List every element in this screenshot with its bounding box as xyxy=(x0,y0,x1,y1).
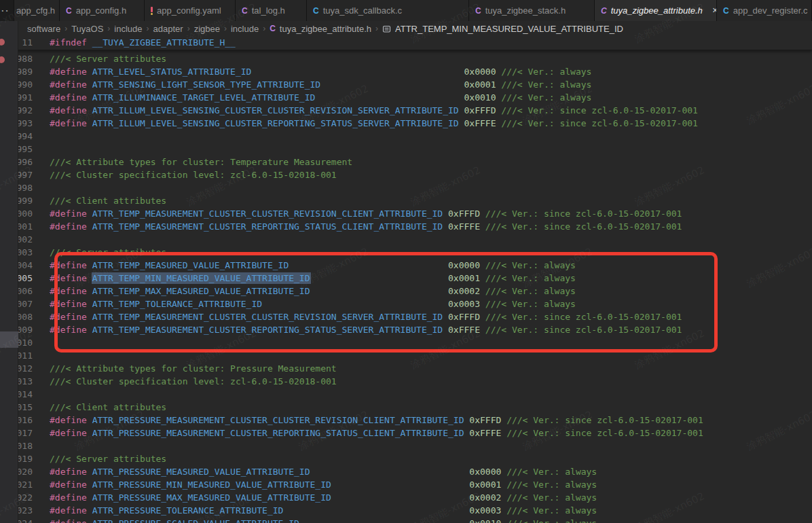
breadcrumb-item-software[interactable]: software xyxy=(27,24,60,34)
code-line-989[interactable]: 989#define ATTR_LEVEL_STATUS_ATTRIBUTE_I… xyxy=(0,65,812,78)
comment-text: ///< Ver.: always xyxy=(506,518,597,523)
code-line-1019[interactable]: 1019///< Server attributes xyxy=(0,452,812,465)
code-line-1023[interactable]: 1023#define ATTR_PRESSURE_TOLERANCE_ATTR… xyxy=(0,504,812,517)
code-line-1017[interactable]: 1017#define ATTR_PRESSURE_MEASUREMENT_CL… xyxy=(0,427,812,439)
code-line-1000[interactable]: 1000#define ATTR_TEMP_MEASUREMENT_CLUSTE… xyxy=(0,207,812,220)
close-icon[interactable]: ✕ xyxy=(712,6,717,15)
line-text[interactable]: #define ATTR_LEVEL_STATUS_ATTRIBUTE_ID 0… xyxy=(50,65,591,78)
line-text[interactable]: ///< Cluster specification level: zcl-6.… xyxy=(50,375,337,388)
line-text[interactable]: ///< Attribute types for cluster: Pressu… xyxy=(50,362,337,375)
tab-app_config.h[interactable]: Capp_config.h xyxy=(60,0,145,21)
c-file-icon: C xyxy=(601,6,607,16)
line-text[interactable]: ///< Server attributes xyxy=(50,52,166,65)
line-text[interactable]: #define ATTR_PRESSURE_MEASUREMENT_CLUSTE… xyxy=(50,427,703,439)
tab-tal_log.h[interactable]: Ctal_log.h xyxy=(236,0,307,21)
line-text[interactable]: #define ATTR_ILLUM_LEVEL_SENSING_CLUSTER… xyxy=(50,104,698,117)
pp-keyword: #define xyxy=(50,480,92,490)
line-text[interactable]: #define ATTR_TEMP_TOLERANCE_ATTRIBUTE_ID… xyxy=(50,297,576,310)
breakpoint-dot[interactable] xyxy=(0,56,5,63)
line-text[interactable]: ///< Client attributes xyxy=(50,401,166,414)
line-text[interactable]: #define ATTR_PRESSURE_MIN_MEASURED_VALUE… xyxy=(50,478,597,491)
sticky-scroll-line[interactable]: 11#ifndef __TUYA_ZIGBEE_ATTRIBUTE_H__ xyxy=(0,36,812,50)
tab-tuya_zigbee_attribute.h[interactable]: Ctuya_zigbee_attribute.h✕ xyxy=(595,0,717,21)
code-line-1005[interactable]: 1005#define ATTR_TEMP_MIN_MEASURED_VALUE… xyxy=(0,272,812,285)
tab-tuya_sdk_callback.c[interactable]: Ctuya_sdk_callback.c xyxy=(307,0,469,21)
line-text[interactable]: #define ATTR_TEMP_MIN_MEASURED_VALUE_ATT… xyxy=(50,272,576,285)
code-line-998[interactable]: 998 xyxy=(0,181,812,194)
tab-app_config.yaml[interactable]: app_config.yaml xyxy=(145,0,236,21)
code-line-1024[interactable]: 1024#define ATTR_PRESSURE_SCALED_VALUE_A… xyxy=(0,517,812,523)
code-line-992[interactable]: 992#define ATTR_ILLUM_LEVEL_SENSING_CLUS… xyxy=(0,104,812,117)
scrollbar-thumb[interactable] xyxy=(0,331,18,348)
line-text[interactable]: #define ATTR_PRESSURE_MAX_MEASURED_VALUE… xyxy=(50,491,597,504)
code-line-1011[interactable]: 1011 xyxy=(0,349,812,362)
breadcrumb-symbol[interactable]: ATTR_TEMP_MIN_MEASURED_VALUE_ATTRIBUTE_I… xyxy=(395,24,623,34)
line-text[interactable]: #define ATTR_TEMP_MEASUREMENT_CLUSTER_CL… xyxy=(50,207,682,220)
code-line-1008[interactable]: 1008#define ATTR_TEMP_MEASUREMENT_CLUSTE… xyxy=(0,310,812,323)
line-text[interactable]: #define ATTR_PRESSURE_MEASUREMENT_CLUSTE… xyxy=(50,414,703,427)
pp-keyword: #define xyxy=(50,286,92,296)
identifier: ATTR_PRESSURE_SCALED_VALUE_ATTRIBUTE_ID xyxy=(92,518,299,523)
code-line-990[interactable]: 990#define ATTR_SENSING_LIGHT_SENSOR_TYP… xyxy=(0,78,812,91)
breadcrumb-item-include[interactable]: include xyxy=(114,24,142,34)
code-line-1016[interactable]: 1016#define ATTR_PRESSURE_MEASUREMENT_CL… xyxy=(0,414,812,427)
line-text[interactable]: #define ATTR_ILLUM_LEVEL_SENSING_CLUSTER… xyxy=(50,117,698,130)
breadcrumb-item-zigbee[interactable]: zigbee xyxy=(194,24,220,34)
code-line-1004[interactable]: 1004#define ATTR_TEMP_MEASURED_VALUE_ATT… xyxy=(0,259,812,272)
code-line-11[interactable]: 11#ifndef __TUYA_ZIGBEE_ATTRIBUTE_H__ xyxy=(0,36,812,49)
code-line-1021[interactable]: 1021#define ATTR_PRESSURE_MIN_MEASURED_V… xyxy=(0,478,812,491)
tab-tuya_zigbee_stack.h[interactable]: Ctuya_zigbee_stack.h xyxy=(469,0,595,21)
code-line-1003[interactable]: 1003///< Server attributes xyxy=(0,246,812,259)
code-line-1002[interactable]: 1002 xyxy=(0,233,812,246)
line-text[interactable]: #define ATTR_TEMP_MAX_MEASURED_VALUE_ATT… xyxy=(50,285,576,297)
breadcrumb-item-include[interactable]: include xyxy=(231,24,259,34)
line-text[interactable]: ///< Server attributes xyxy=(50,452,166,465)
code-line-1014[interactable]: 1014 xyxy=(0,388,812,401)
code-line-996[interactable]: 996///< Attribute types for cluster: Tem… xyxy=(0,156,812,168)
code-line-993[interactable]: 993#define ATTR_ILLUM_LEVEL_SENSING_CLUS… xyxy=(0,117,812,130)
breadcrumb-file[interactable]: tuya_zigbee_attribute.h xyxy=(280,24,371,34)
line-text[interactable]: #define ATTR_PRESSURE_SCALED_VALUE_ATTRI… xyxy=(50,517,597,523)
breakpoint-dot[interactable] xyxy=(0,39,5,46)
code-line-1020[interactable]: 1020#define ATTR_PRESSURE_MEASURED_VALUE… xyxy=(0,465,812,478)
code-line-1009[interactable]: 1009#define ATTR_TEMP_MEASUREMENT_CLUSTE… xyxy=(0,323,812,336)
hex-value: 0x0001 xyxy=(464,79,496,90)
code-line-1001[interactable]: 1001#define ATTR_TEMP_MEASUREMENT_CLUSTE… xyxy=(0,220,812,233)
line-text[interactable]: ///< Client attributes xyxy=(50,194,166,207)
pp-keyword: #define xyxy=(50,415,92,425)
breadcrumb-item-TuyaOS[interactable]: TuyaOS xyxy=(71,24,103,34)
code-line-1018[interactable]: 1018 xyxy=(0,439,812,452)
code-line-1007[interactable]: 1007#define ATTR_TEMP_TOLERANCE_ATTRIBUT… xyxy=(0,297,812,310)
line-text[interactable]: ///< Cluster specification level: zcl-6.… xyxy=(50,168,337,181)
more-tabs-icon[interactable]: ·· xyxy=(0,0,14,21)
code-line-1012[interactable]: 1012///< Attribute types for cluster: Pr… xyxy=(0,362,812,375)
line-text[interactable]: #define ATTR_TEMP_MEASUREMENT_CLUSTER_RE… xyxy=(50,220,682,233)
line-text[interactable]: #ifndef __TUYA_ZIGBEE_ATTRIBUTE_H__ xyxy=(50,36,236,49)
line-text[interactable]: #define ATTR_PRESSURE_MEASURED_VALUE_ATT… xyxy=(50,465,597,478)
code-line-1022[interactable]: 1022#define ATTR_PRESSURE_MAX_MEASURED_V… xyxy=(0,491,812,504)
code-line-995[interactable]: 995 xyxy=(0,143,812,156)
line-text[interactable]: #define ATTR_SENSING_LIGHT_SENSOR_TYPE_A… xyxy=(50,78,591,91)
code-line-1010[interactable]: 1010 xyxy=(0,336,812,349)
line-text[interactable]: ///< Attribute types for cluster: Temper… xyxy=(50,156,352,168)
line-text[interactable]: ///< Server attributes xyxy=(50,246,166,259)
line-text[interactable]: #define ATTR_PRESSURE_TOLERANCE_ATTRIBUT… xyxy=(50,504,597,517)
selected-identifier: ATTR_TEMP_MIN_MEASURED_VALUE_ATTRIBUTE_I… xyxy=(92,273,310,283)
code-lines[interactable]: 988///< Server attributes989#define ATTR… xyxy=(0,50,812,523)
line-text[interactable]: #define ATTR_ILLUMINANCE_TARGET_LEVEL_AT… xyxy=(50,91,591,104)
code-editor[interactable]: 11#ifndef __TUYA_ZIGBEE_ATTRIBUTE_H__ 98… xyxy=(0,36,812,523)
code-line-994[interactable]: 994 xyxy=(0,130,812,143)
line-text[interactable]: #define ATTR_TEMP_MEASUREMENT_CLUSTER_RE… xyxy=(50,323,682,336)
code-line-999[interactable]: 999///< Client attributes xyxy=(0,194,812,207)
tab-app_dev_register.c[interactable]: Capp_dev_register.c xyxy=(717,0,812,21)
code-line-1006[interactable]: 1006#define ATTR_TEMP_MAX_MEASURED_VALUE… xyxy=(0,285,812,297)
code-line-1013[interactable]: 1013///< Cluster specification level: zc… xyxy=(0,375,812,388)
line-text[interactable]: #define ATTR_TEMP_MEASUREMENT_CLUSTER_CL… xyxy=(50,310,682,323)
code-line-997[interactable]: 997///< Cluster specification level: zcl… xyxy=(0,168,812,181)
code-line-991[interactable]: 991#define ATTR_ILLUMINANCE_TARGET_LEVEL… xyxy=(0,91,812,104)
breadcrumb-item-adapter[interactable]: adapter xyxy=(153,24,183,34)
line-text[interactable]: #define ATTR_TEMP_MEASURED_VALUE_ATTRIBU… xyxy=(50,259,576,272)
tab-app_cfg.h[interactable]: app_cfg.h xyxy=(14,0,60,21)
code-line-988[interactable]: 988///< Server attributes xyxy=(0,52,812,65)
code-line-1015[interactable]: 1015///< Client attributes xyxy=(0,401,812,414)
